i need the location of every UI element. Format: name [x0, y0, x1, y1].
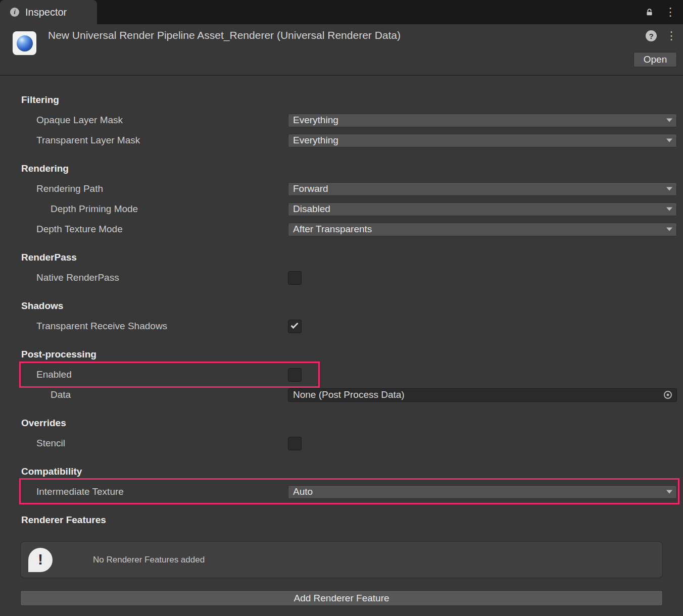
kebab-menu-icon[interactable]: ⋮ [665, 7, 676, 18]
inspector-header: New Universal Render Pipeline Asset_Rend… [0, 24, 683, 76]
rendering-path-dropdown[interactable]: Forward [288, 182, 677, 196]
post-processing-enabled-checkbox[interactable] [288, 368, 302, 382]
field-label: Depth Priming Mode [0, 203, 288, 215]
section-title-shadows: Shadows [0, 300, 288, 312]
chevron-down-icon [666, 490, 672, 494]
field-label: Opaque Layer Mask [0, 115, 288, 126]
dropdown-value: Everything [293, 135, 338, 146]
section-post-processing: Post-processing Enabled Data None (Post … [0, 344, 683, 405]
chevron-down-icon [666, 119, 672, 122]
dropdown-value: Auto [293, 486, 313, 497]
section-filtering: Filtering Opaque Layer Mask Everything T… [0, 90, 683, 150]
row-post-processing-data: Data None (Post Process Data) [0, 385, 683, 405]
section-title-renderpass: RenderPass [0, 252, 288, 263]
row-post-processing-enabled: Enabled [0, 365, 683, 385]
section-renderpass: RenderPass Native RenderPass [0, 247, 683, 288]
row-depth-priming-mode: Depth Priming Mode Disabled [0, 199, 683, 219]
transparent-layer-mask-dropdown[interactable]: Everything [288, 134, 677, 147]
help-icon[interactable]: ? [646, 30, 657, 41]
empty-message: No Renderer Features added [93, 555, 205, 565]
section-title-renderer-features: Renderer Features [0, 515, 288, 526]
tab-label: Inspector [25, 7, 67, 18]
tab-inspector[interactable]: i Inspector [0, 0, 97, 24]
asset-title: New Universal Render Pipeline Asset_Rend… [48, 29, 401, 41]
row-transparent-receive-shadows: Transparent Receive Shadows [0, 316, 683, 336]
opaque-layer-mask-dropdown[interactable]: Everything [288, 114, 677, 127]
warning-icon: ! [28, 548, 53, 572]
field-label: Enabled [0, 369, 288, 380]
chevron-down-icon [666, 139, 672, 142]
checkmark-icon [291, 321, 299, 329]
section-title-overrides: Overrides [0, 418, 288, 429]
section-title-rendering: Rendering [0, 163, 288, 174]
tab-strip: i Inspector ⋮ [0, 0, 683, 24]
renderer-features-empty-box: ! No Renderer Features added [20, 541, 663, 578]
header-kebab-menu-icon[interactable]: ⋮ [666, 30, 677, 41]
info-icon: i [10, 8, 19, 17]
field-label: Transparent Receive Shadows [0, 321, 288, 332]
section-title-compatibility: Compatibility [0, 466, 288, 477]
dropdown-value: Disabled [293, 203, 330, 215]
section-overrides: Overrides Stencil [0, 413, 683, 453]
field-label: Data [0, 389, 288, 400]
chevron-down-icon [666, 208, 672, 211]
row-opaque-layer-mask: Opaque Layer Mask Everything [0, 110, 683, 130]
dropdown-value: Everything [293, 115, 338, 126]
chevron-down-icon [666, 187, 672, 191]
pipeline-sphere-icon [17, 35, 33, 52]
add-renderer-feature-button[interactable]: Add Renderer Feature [20, 590, 663, 606]
stencil-checkbox[interactable] [288, 437, 302, 450]
row-native-renderpass: Native RenderPass [0, 268, 683, 288]
section-rendering: Rendering Rendering Path Forward Depth P… [0, 159, 683, 239]
lock-icon[interactable] [645, 8, 654, 17]
inspector-body: Filtering Opaque Layer Mask Everything T… [0, 76, 683, 606]
section-shadows: Shadows Transparent Receive Shadows [0, 296, 683, 336]
object-field-value: None (Post Process Data) [293, 389, 405, 400]
post-process-data-object-field[interactable]: None (Post Process Data) [288, 388, 677, 402]
section-renderer-features: Renderer Features ! No Renderer Features… [0, 510, 683, 606]
dropdown-value: After Transparents [293, 224, 372, 235]
depth-texture-mode-dropdown[interactable]: After Transparents [288, 223, 677, 236]
row-stencil: Stencil [0, 433, 683, 453]
dropdown-value: Forward [293, 183, 328, 194]
field-label: Stencil [0, 438, 288, 449]
field-label: Depth Texture Mode [0, 224, 288, 235]
row-transparent-layer-mask: Transparent Layer Mask Everything [0, 130, 683, 150]
field-label: Intermediate Texture [0, 486, 288, 497]
transparent-receive-shadows-checkbox[interactable] [288, 320, 302, 333]
section-title-filtering: Filtering [0, 94, 288, 106]
section-title-post-processing: Post-processing [0, 349, 288, 360]
chevron-down-icon [666, 228, 672, 231]
field-label: Native RenderPass [0, 272, 288, 283]
section-compatibility: Compatibility Intermediate Texture Auto [0, 461, 683, 502]
asset-icon [13, 31, 36, 55]
intermediate-texture-dropdown[interactable]: Auto [288, 485, 677, 499]
row-intermediate-texture: Intermediate Texture Auto [0, 482, 683, 502]
object-picker-icon[interactable] [664, 391, 672, 399]
open-button[interactable]: Open [633, 52, 677, 67]
row-rendering-path: Rendering Path Forward [0, 179, 683, 199]
field-label: Rendering Path [0, 183, 288, 194]
depth-priming-mode-dropdown[interactable]: Disabled [288, 202, 677, 216]
row-depth-texture-mode: Depth Texture Mode After Transparents [0, 219, 683, 239]
field-label: Transparent Layer Mask [0, 135, 288, 146]
native-renderpass-checkbox[interactable] [288, 271, 302, 285]
